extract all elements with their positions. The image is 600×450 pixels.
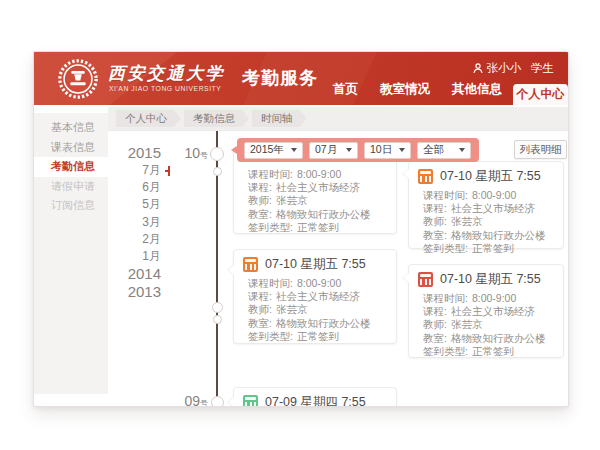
- card-row-value: 张芸京: [276, 194, 308, 207]
- timeline-node: [210, 147, 224, 161]
- card-row-value: 格物致知行政办公楼: [451, 332, 546, 345]
- app-window: 西安交通大学 XI'AN JIAO TONG UNIVERSITY 考勤服务 张…: [33, 51, 569, 407]
- nav-item-classrooms[interactable]: 教室情况: [369, 81, 441, 105]
- card-header: 07-10 星期五 7:55: [409, 162, 563, 189]
- university-name-en: XI'AN JIAO TONG UNIVERSITY: [109, 85, 221, 92]
- chevron-down-icon: [459, 148, 465, 152]
- card-row-value: 张芸京: [276, 303, 308, 316]
- card-row: 教室: 格物致知行政办公楼: [234, 208, 396, 221]
- attendance-card: 07-10 星期五 7:55 课程时间: 8:00-9:00 课程: 社会主义市…: [408, 264, 564, 358]
- card-row-value: 8:00-9:00: [472, 189, 516, 202]
- timeline-rail: 2015 7月 6月 5月 3月 2月 1月 2014 2013: [118, 144, 161, 301]
- university-logo-icon: [57, 58, 99, 100]
- breadcrumb-item-attendance-info[interactable]: 考勤信息: [184, 110, 249, 127]
- card-row-value: 社会主义市场经济: [451, 202, 535, 215]
- attendance-card: 07-09 星期四 7:55: [233, 387, 397, 407]
- card-tail: [228, 397, 234, 407]
- user-icon: [473, 63, 483, 74]
- card-header: 07-10 星期五 7:55: [409, 265, 563, 292]
- nav-item-other-info[interactable]: 其他信息: [441, 81, 513, 105]
- card-row-value: 社会主义市场经济: [276, 181, 360, 194]
- timeline-rail-item[interactable]: 2015: [118, 144, 161, 162]
- chevron-down-icon: [291, 148, 297, 152]
- calendar-status-icon: [418, 272, 433, 287]
- card-row: 签到类型: 正常签到: [234, 221, 396, 234]
- card-row-label: 签到类型:: [248, 221, 293, 234]
- breadcrumb-item-timeline[interactable]: 时间轴: [252, 110, 307, 127]
- timeline-rail-item[interactable]: 6月: [118, 179, 161, 196]
- sidebar-item-attendance-info[interactable]: 考勤信息: [34, 157, 108, 177]
- timeline-rail-item[interactable]: 5月: [118, 196, 161, 213]
- sidebar-item-timetable-info[interactable]: 课表信息: [34, 138, 108, 158]
- sidebar-item-leave-request[interactable]: 请假申请: [34, 177, 108, 197]
- card-row: 课程: 社会主义市场经济: [409, 305, 563, 318]
- nav-item-home[interactable]: 首页: [322, 81, 369, 105]
- card-row-label: 教师:: [248, 194, 272, 207]
- timeline-rail-item[interactable]: 2月: [118, 231, 161, 248]
- main-nav: 首页 教室情况 其他信息 个人中心: [322, 81, 568, 105]
- card-row-value: 张芸京: [451, 215, 483, 228]
- month-dropdown[interactable]: 07月: [309, 142, 358, 159]
- card-row-value: 8:00-9:00: [297, 277, 341, 290]
- calendar-status-icon: [243, 257, 258, 272]
- card-row: 课程时间: 8:00-9:00: [234, 277, 396, 290]
- card-row: 教师: 张芸京: [234, 303, 396, 316]
- calendar-status-icon: [418, 169, 433, 184]
- card-row: 课程: 社会主义市场经济: [234, 181, 396, 194]
- timeline-rail-item[interactable]: 2014: [118, 265, 161, 283]
- sidebar-item-subscription-info[interactable]: 订阅信息: [34, 196, 108, 216]
- card-row-label: 课程:: [248, 290, 272, 303]
- card-row-label: 教师:: [423, 215, 447, 228]
- timeline-node: [212, 302, 223, 313]
- card-row-label: 签到类型:: [423, 345, 468, 358]
- breadcrumb-item-personal-center[interactable]: 个人中心: [116, 110, 181, 127]
- category-dropdown[interactable]: 全部: [417, 142, 471, 159]
- timeline-node: [213, 315, 222, 324]
- day-dropdown[interactable]: 10日: [364, 142, 411, 159]
- card-tail: [403, 169, 409, 179]
- card-header-text: 07-10 星期五 7:55: [440, 271, 541, 288]
- card-row: 签到类型: 正常签到: [409, 242, 563, 255]
- card-row-value: 张芸京: [451, 318, 483, 331]
- user-info[interactable]: 张小小 学生: [473, 61, 555, 76]
- card-row-value: 8:00-9:00: [297, 168, 341, 181]
- app-title: 考勤服务: [242, 66, 318, 90]
- card-tail: [403, 273, 409, 283]
- timeline-rail-item[interactable]: 1月: [118, 248, 161, 265]
- list-detail-button[interactable]: 列表明细: [514, 140, 567, 159]
- timeline-rail-item-current[interactable]: 7月: [118, 162, 161, 179]
- app-header: 西安交通大学 XI'AN JIAO TONG UNIVERSITY 考勤服务 张…: [34, 52, 568, 105]
- card-row-label: 课程:: [423, 202, 447, 215]
- nav-item-personal-center-active[interactable]: 个人中心: [513, 84, 568, 105]
- card-row-label: 教室:: [423, 229, 447, 242]
- card-header: 07-10 星期五 7:55: [234, 250, 396, 277]
- card-row-label: 教师:: [248, 303, 272, 316]
- sidebar-item-basic-info[interactable]: 基本信息: [34, 118, 108, 138]
- card-row: 课程时间: 8:00-9:00: [234, 168, 396, 181]
- card-row-label: 课程时间:: [423, 189, 468, 202]
- card-row-value: 格物致知行政办公楼: [451, 229, 546, 242]
- card-row-value: 正常签到: [297, 221, 339, 234]
- year-dropdown[interactable]: 2015年: [244, 142, 303, 159]
- card-row: 教师: 张芸京: [409, 215, 563, 228]
- timeline-rail-item[interactable]: 2013: [118, 283, 161, 301]
- card-header: 07-09 星期四 7:55: [234, 388, 396, 407]
- date-filter-bar: 2015年 07月 10日 全部: [237, 138, 479, 162]
- card-row-value: 正常签到: [472, 345, 514, 358]
- card-row-label: 课程:: [248, 181, 272, 194]
- current-month-tick: [168, 166, 170, 176]
- card-row: 教室: 格物致知行政办公楼: [409, 229, 563, 242]
- card-row-value: 社会主义市场经济: [451, 305, 535, 318]
- card-row: 签到类型: 正常签到: [409, 345, 563, 358]
- card-row: 签到类型: 正常签到: [234, 330, 396, 343]
- card-header-text: 07-10 星期五 7:55: [440, 168, 541, 185]
- card-row-label: 签到类型:: [423, 242, 468, 255]
- card-row: 教师: 张芸京: [234, 194, 396, 207]
- university-name-cn: 西安交通大学: [108, 62, 225, 85]
- timeline-rail-item[interactable]: 3月: [118, 214, 161, 231]
- card-tail: [228, 265, 234, 275]
- card-row: 教室: 格物致知行政办公楼: [409, 332, 563, 345]
- attendance-card: 07-10 星期五 7:55 课程时间: 8:00-9:00 课程: 社会主义市…: [233, 249, 397, 344]
- card-row-label: 课程时间:: [248, 277, 293, 290]
- card-row: 教师: 张芸京: [409, 318, 563, 331]
